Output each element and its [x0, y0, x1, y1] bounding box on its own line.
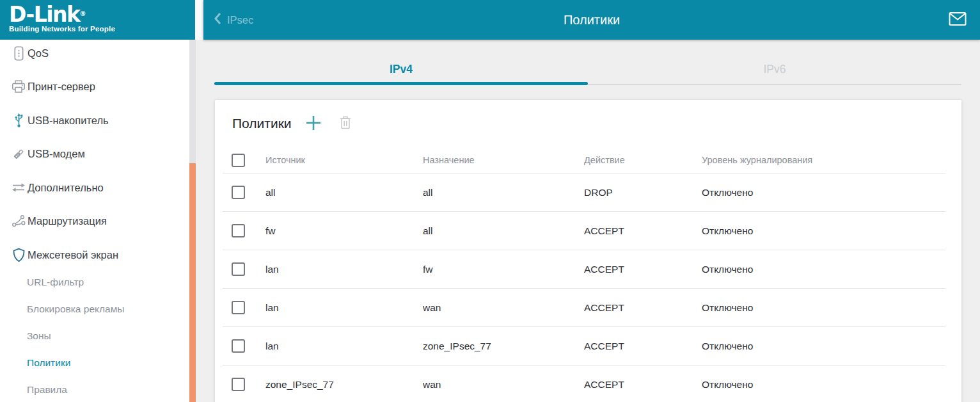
- sidebar-subitem-label: URL-фильтр: [27, 277, 84, 288]
- cell-destination: fw: [423, 264, 584, 275]
- cell-action: ACCEPT: [584, 341, 702, 352]
- sidebar-subitem-label: Зоны: [27, 330, 51, 342]
- table-header-row: Источник Назначение Действие Уровень жур…: [223, 147, 945, 173]
- tab-label: IPv6: [763, 63, 786, 76]
- sidebar-item-label: Межсетевой экран: [28, 249, 118, 261]
- cell-destination: wan: [423, 302, 584, 314]
- column-header-destination: Назначение: [423, 155, 584, 165]
- sidebar-subitem-zones[interactable]: Зоны: [0, 323, 189, 350]
- table-row[interactable]: lan zone_IPsec_77 ACCEPT Отключено: [223, 327, 945, 366]
- dlink-logo-wordmark: D-Link®: [9, 4, 195, 25]
- sidebar-item-usb-modem[interactable]: USB-модем: [0, 138, 189, 172]
- cell-log-level: Отключено: [702, 264, 945, 275]
- sidebar-item-firewall[interactable]: Межсетевой экран: [0, 238, 189, 272]
- sidebar: D-Link® Building Networks for People QoS…: [0, 0, 196, 402]
- plus-icon: [305, 115, 322, 133]
- column-header-source: Источник: [265, 155, 423, 165]
- sidebar-subitem-label: Политики: [27, 357, 70, 369]
- select-all-checkbox[interactable]: [232, 154, 245, 167]
- cell-source: all: [265, 187, 423, 198]
- row-checkbox[interactable]: [232, 339, 245, 353]
- add-policy-button[interactable]: [305, 115, 322, 133]
- column-header-action: Действие: [584, 155, 702, 165]
- cell-log-level: Отключено: [702, 187, 945, 198]
- row-checkbox[interactable]: [232, 262, 245, 276]
- cell-log-level: Отключено: [702, 302, 945, 314]
- row-checkbox[interactable]: [232, 301, 245, 314]
- cell-log-level: Отключено: [702, 341, 945, 352]
- table-row[interactable]: zone_IPsec_77 wan ACCEPT Отключено: [223, 366, 945, 402]
- sidebar-item-qos[interactable]: QoS: [0, 36, 189, 70]
- firewall-submenu: URL-фильтр Блокировка рекламы Зоны Полит…: [0, 269, 189, 402]
- cell-source: lan: [265, 341, 423, 352]
- inactive-tab-underline: [588, 84, 961, 85]
- cell-source: lan: [265, 264, 423, 275]
- cell-action: ACCEPT: [584, 264, 702, 275]
- swap-arrows-icon: [10, 182, 27, 193]
- card-header: Политики: [215, 100, 961, 147]
- cell-source: lan: [265, 302, 423, 314]
- mail-icon: [949, 12, 967, 28]
- row-checkbox[interactable]: [232, 224, 245, 237]
- cell-action: ACCEPT: [584, 302, 702, 314]
- cell-source: zone_IPsec_77: [265, 379, 423, 390]
- sidebar-item-label: USB-модем: [28, 148, 85, 160]
- shield-icon: [10, 248, 27, 262]
- back-chevron-icon: [214, 12, 221, 28]
- registered-trademark-mark: ®: [79, 10, 86, 17]
- cell-destination: zone_IPsec_77: [423, 341, 584, 352]
- sidebar-item-print-server[interactable]: Принт-сервер: [0, 70, 189, 104]
- dlink-logo-tagline: Building Networks for People: [9, 25, 195, 33]
- sidebar-item-label: USB-накопитель: [28, 115, 109, 127]
- sidebar-subitem-ad-block[interactable]: Блокировка рекламы: [0, 296, 189, 323]
- qos-icon: [10, 46, 27, 61]
- cell-destination: wan: [423, 379, 584, 390]
- tab-label: IPv4: [390, 63, 413, 76]
- sidebar-subitem-label: Блокировка рекламы: [27, 303, 124, 315]
- sidebar-item-label: Маршрутизация: [28, 215, 107, 227]
- sidebar-subitem-rules[interactable]: Правила: [0, 376, 189, 402]
- card-title: Политики: [232, 116, 292, 131]
- table-row[interactable]: fw all ACCEPT Отключено: [223, 212, 945, 250]
- cell-destination: all: [423, 225, 584, 237]
- sidebar-item-label: Дополнительно: [28, 182, 104, 194]
- column-header-log-level: Уровень журналирования: [702, 155, 945, 165]
- sidebar-item-usb-storage[interactable]: USB-накопитель: [0, 104, 189, 138]
- sidebar-subitem-policies[interactable]: Политики: [0, 350, 189, 376]
- sidebar-subitem-url-filter[interactable]: URL-фильтр: [0, 269, 189, 296]
- row-checkbox[interactable]: [232, 186, 245, 199]
- cell-log-level: Отключено: [702, 379, 945, 390]
- delete-policy-button[interactable]: [339, 115, 352, 132]
- sidebar-item-label: Принт-сервер: [28, 81, 95, 93]
- sidebar-item-label: QoS: [28, 47, 49, 60]
- table-row[interactable]: lan wan ACCEPT Отключено: [223, 289, 945, 327]
- printer-icon: [10, 80, 27, 93]
- cell-source: fw: [265, 225, 423, 237]
- usb-modem-icon: [10, 147, 27, 161]
- back-label: IPsec: [227, 14, 253, 26]
- usb-icon: [10, 113, 27, 128]
- table-row[interactable]: all all DROP Отключено: [223, 173, 945, 212]
- sidebar-scrollbar-thumb[interactable]: [189, 163, 196, 402]
- header-gap: [195, 0, 203, 40]
- sidebar-scrollbar-track[interactable]: [189, 40, 196, 402]
- trash-icon: [339, 115, 352, 132]
- main-content: IPv4 IPv6 Политики: [196, 40, 980, 402]
- tab-ipv6[interactable]: IPv6: [588, 61, 961, 85]
- active-tab-indicator: [214, 82, 588, 85]
- cell-action: DROP: [584, 187, 702, 198]
- sidebar-item-advanced[interactable]: Дополнительно: [0, 171, 189, 205]
- sidebar-subitem-label: Правила: [27, 384, 67, 396]
- page-title: Политики: [203, 13, 980, 28]
- table-row[interactable]: lan fw ACCEPT Отключено: [223, 250, 945, 289]
- dlink-logo: D-Link® Building Networks for People: [0, 0, 195, 40]
- route-icon: [10, 214, 27, 228]
- mail-button[interactable]: [949, 12, 967, 28]
- row-checkbox[interactable]: [232, 378, 245, 391]
- policies-card: Политики Источник Назначение: [215, 100, 961, 402]
- sidebar-item-routing[interactable]: Маршрутизация: [0, 205, 189, 239]
- top-header-bar: IPsec Политики: [203, 0, 980, 40]
- cell-action: ACCEPT: [584, 379, 702, 390]
- tab-ipv4[interactable]: IPv4: [214, 61, 588, 85]
- back-button[interactable]: IPsec: [214, 12, 253, 28]
